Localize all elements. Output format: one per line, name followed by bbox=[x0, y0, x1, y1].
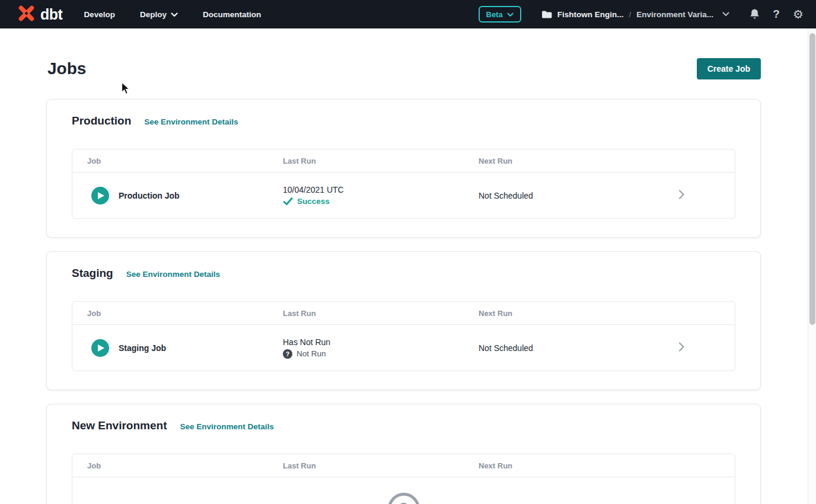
column-header-last-run: Last Run bbox=[283, 309, 479, 318]
next-run-value: Not Scheduled bbox=[479, 343, 670, 353]
chevron-down-icon bbox=[171, 10, 178, 19]
chevron-down-icon bbox=[507, 10, 514, 19]
environment-name: Staging bbox=[72, 267, 113, 280]
column-header-next-run: Next Run bbox=[479, 461, 670, 470]
next-run-value: Not Scheduled bbox=[479, 191, 670, 200]
job-table: Job Last Run Next Run ? bbox=[72, 454, 735, 504]
bell-icon[interactable] bbox=[747, 7, 761, 21]
breadcrumb-project[interactable]: Fishtown Engin... bbox=[557, 10, 624, 19]
column-header-last-run: Last Run bbox=[283, 461, 479, 470]
check-icon bbox=[283, 197, 293, 206]
vertical-scrollbar[interactable] bbox=[808, 28, 816, 504]
chevron-right-icon[interactable] bbox=[678, 342, 685, 355]
column-header-job: Job bbox=[72, 157, 283, 165]
see-environment-details-link[interactable]: See Environment Details bbox=[126, 270, 220, 279]
environment-card-production: Production See Environment Details Job L… bbox=[46, 99, 761, 238]
navbar-icon-cluster: ? ⚙ bbox=[747, 7, 805, 21]
last-run-date: 10/04/2021 UTC bbox=[283, 185, 479, 194]
dbt-logo[interactable]: dbt bbox=[17, 4, 62, 25]
dbt-logo-text: dbt bbox=[40, 6, 62, 23]
nav-links: Develop Deploy Documentation bbox=[84, 10, 261, 19]
environment-card-new-environment: New Environment See Environment Details … bbox=[46, 404, 761, 504]
column-header-next-run: Next Run bbox=[479, 309, 670, 318]
dbt-logo-icon bbox=[17, 4, 36, 25]
nav-item-develop[interactable]: Develop bbox=[84, 10, 115, 19]
environment-name: New Environment bbox=[72, 419, 167, 432]
nav-item-documentation[interactable]: Documentation bbox=[203, 10, 261, 19]
navbar-right: Beta Fishtown Engin... / Environment Var… bbox=[479, 6, 806, 23]
job-row-staging[interactable]: Staging Job Has Not Run ? Not Run Not Sc… bbox=[72, 325, 735, 371]
create-job-button[interactable]: Create Job bbox=[697, 58, 761, 79]
last-run-date: Has Not Run bbox=[283, 337, 479, 347]
job-name[interactable]: Production Job bbox=[119, 191, 180, 200]
column-header-next-run: Next Run bbox=[479, 157, 670, 165]
breadcrumb-separator: / bbox=[629, 10, 631, 19]
job-name[interactable]: Staging Job bbox=[119, 343, 166, 353]
help-icon[interactable]: ? bbox=[769, 7, 783, 21]
status-badge: Not Run bbox=[297, 349, 326, 358]
column-header-job: Job bbox=[72, 461, 283, 470]
run-job-button[interactable] bbox=[91, 187, 109, 205]
beta-dropdown[interactable]: Beta bbox=[479, 6, 521, 23]
breadcrumb: Fishtown Engin... / Environment Varia... bbox=[541, 10, 729, 19]
see-environment-details-link[interactable]: See Environment Details bbox=[180, 422, 273, 431]
folder-icon bbox=[541, 10, 552, 19]
question-circle-icon: ? bbox=[283, 349, 292, 359]
main-area: Jobs Create Job Production See Environme… bbox=[0, 28, 808, 504]
breadcrumb-page[interactable]: Environment Varia... bbox=[636, 10, 713, 19]
job-table: Job Last Run Next Run Production Job 10/… bbox=[72, 149, 735, 219]
chevron-down-icon[interactable] bbox=[722, 12, 729, 17]
run-job-button[interactable] bbox=[91, 339, 109, 357]
column-header-job: Job bbox=[72, 309, 283, 318]
page-title: Jobs bbox=[47, 59, 86, 78]
empty-jobs-state: ? bbox=[72, 477, 735, 504]
nav-item-deploy[interactable]: Deploy bbox=[140, 10, 178, 19]
column-header-last-run: Last Run bbox=[283, 157, 479, 165]
top-navbar: dbt Develop Deploy Documentation Beta bbox=[0, 0, 816, 28]
question-circle-icon: ? bbox=[388, 493, 420, 504]
play-icon bbox=[98, 344, 104, 352]
see-environment-details-link[interactable]: See Environment Details bbox=[144, 117, 238, 126]
job-row-production[interactable]: Production Job 10/04/2021 UTC Success No… bbox=[72, 173, 735, 218]
status-badge: Success bbox=[297, 197, 330, 206]
job-table: Job Last Run Next Run Staging Job Has No… bbox=[72, 301, 735, 371]
environment-name: Production bbox=[72, 114, 131, 127]
scrollbar-thumb[interactable] bbox=[809, 33, 815, 325]
play-icon bbox=[98, 192, 104, 199]
gear-icon[interactable]: ⚙ bbox=[791, 7, 805, 21]
environment-card-staging: Staging See Environment Details Job Last… bbox=[46, 251, 761, 390]
chevron-right-icon[interactable] bbox=[678, 189, 685, 202]
